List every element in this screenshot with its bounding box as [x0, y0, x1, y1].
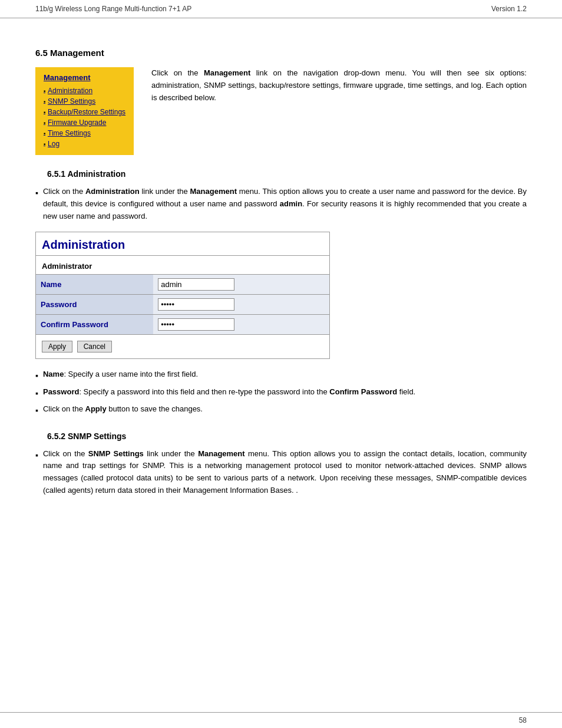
bullet-password: Password: Specify a password into this f…	[35, 386, 527, 400]
header-right: Version 1.2	[491, 5, 527, 13]
page-header: 11b/g Wireless Long Range Multi-function…	[0, 0, 562, 18]
snmp-description: Click on the SNMP Settings link under th…	[35, 448, 527, 497]
cancel-button[interactable]: Cancel	[77, 341, 112, 353]
input-confirm-cell	[153, 315, 329, 335]
admin-panel-title: Administration	[36, 232, 329, 256]
table-row-name: Name	[36, 275, 329, 295]
header-left: 11b/g Wireless Long Range Multi-function…	[35, 5, 191, 13]
bullet-apply: Click on the Apply button to save the ch…	[35, 403, 527, 417]
admin-table: Name Password Confirm Password	[36, 274, 329, 334]
name-input[interactable]	[158, 278, 234, 291]
snmp-bullets: Click on the SNMP Settings link under th…	[35, 448, 527, 497]
label-name: Name	[36, 275, 153, 295]
admin-panel: Administration Administrator Name Passwo…	[35, 232, 330, 359]
section-651-intro-bullet: Click on the Administration link under t…	[35, 186, 527, 222]
management-menu-title[interactable]: Management	[44, 73, 125, 82]
bullet-name: Name: Specify a user name into the first…	[35, 368, 527, 382]
management-menu-list: Administration SNMP Settings Backup/Rest…	[44, 85, 125, 149]
label-password: Password	[36, 295, 153, 315]
table-row-password: Password	[36, 295, 329, 315]
confirm-password-input[interactable]	[158, 318, 234, 331]
menu-item-firmware[interactable]: Firmware Upgrade	[44, 117, 125, 128]
section-652-title: 6.5.2 SNMP Settings	[35, 431, 527, 441]
menu-item-time[interactable]: Time Settings	[44, 128, 125, 139]
page-content: 6.5 Management Management Administration…	[0, 18, 562, 528]
menu-item-snmp[interactable]: SNMP Settings	[44, 96, 125, 107]
management-layout: Management Administration SNMP Settings …	[35, 67, 527, 155]
menu-item-administration[interactable]: Administration	[44, 85, 125, 96]
management-description: Click on the Management link on the navi…	[151, 67, 527, 155]
admin-buttons: Apply Cancel	[36, 334, 329, 358]
password-input[interactable]	[158, 298, 234, 311]
admin-bullets: Name: Specify a user name into the first…	[35, 368, 527, 417]
page-number: 58	[519, 716, 527, 724]
table-row-confirm: Confirm Password	[36, 315, 329, 335]
admin-panel-subtitle: Administrator	[36, 256, 329, 274]
section-651-intro-list: Click on the Administration link under t…	[35, 186, 527, 222]
section-65-title: 6.5 Management	[35, 48, 527, 58]
section-651-title: 6.5.1 Administration	[35, 169, 527, 179]
label-confirm: Confirm Password	[36, 315, 153, 335]
apply-button[interactable]: Apply	[42, 341, 72, 353]
management-menu-box: Management Administration SNMP Settings …	[35, 67, 134, 155]
input-password-cell	[153, 295, 329, 315]
menu-item-log[interactable]: Log	[44, 139, 125, 149]
menu-item-backup[interactable]: Backup/Restore Settings	[44, 107, 125, 117]
input-name-cell	[153, 275, 329, 295]
page-footer: 58	[0, 712, 562, 728]
